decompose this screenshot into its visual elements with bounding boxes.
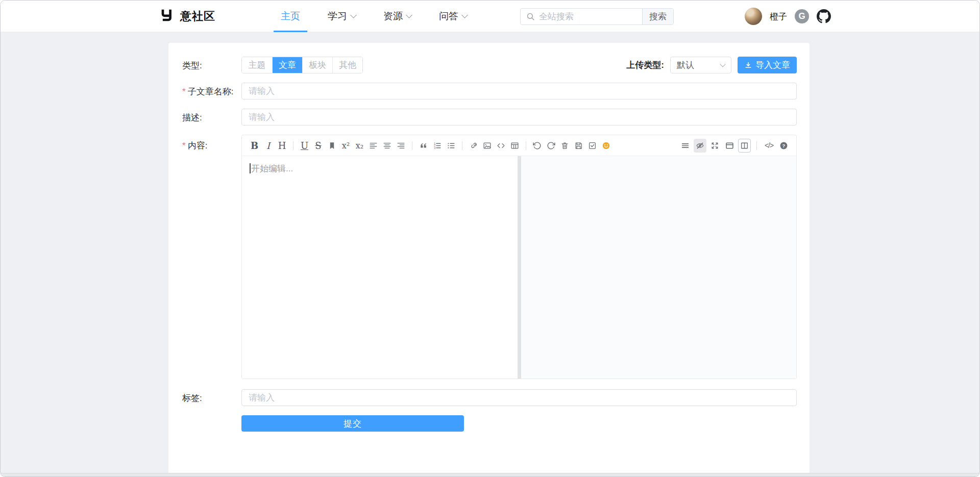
download-icon [744,61,752,69]
nav-item-资源[interactable]: 资源 [381,1,413,32]
upload-type-value: 默认 [677,59,694,71]
sub-article-name-label: 子文章名称: [182,83,241,99]
preview-off-icon[interactable] [694,139,706,153]
text-caret [250,163,251,173]
editor-body: 开始编辑... [242,156,796,379]
svg-text:3: 3 [434,146,435,149]
save-icon[interactable] [572,139,585,153]
editor-preview-pane [521,156,796,379]
source-code-icon[interactable]: </> [763,139,775,153]
search-button[interactable]: 搜索 [642,8,674,25]
help-icon[interactable]: ? [777,139,790,153]
avatar[interactable] [745,8,762,25]
undo-icon[interactable] [531,139,544,153]
quote-icon[interactable] [417,139,430,153]
tags-row: 标签: [182,389,797,406]
description-row: 描述: [182,109,797,125]
type-option-板块[interactable]: 板块 [302,57,332,73]
sub-article-name-row: 子文章名称: [182,83,797,99]
user-area: 橙子 G [745,1,831,32]
username[interactable]: 橙子 [770,11,787,22]
svg-text:?: ? [782,142,786,148]
upload-type-label: 上传类型: [626,59,664,71]
description-input[interactable] [241,109,797,125]
subscript-icon[interactable]: x₂ [353,139,366,153]
site-logo-icon [160,8,175,24]
task-list-icon[interactable] [586,139,599,153]
underline-icon[interactable]: U [298,139,311,153]
delete-icon[interactable] [558,139,571,153]
emoji-icon[interactable] [600,139,612,153]
upload-group: 上传类型: 默认 导入文章 [626,57,797,73]
tags-input[interactable] [241,389,797,406]
submit-row: 提交 [182,415,797,432]
strikethrough-icon[interactable]: S [312,139,325,153]
editor-input-pane[interactable]: 开始编辑... [242,156,518,379]
type-option-主题[interactable]: 主题 [242,57,272,73]
align-left-icon[interactable] [367,139,380,153]
superscript-icon[interactable]: x² [339,139,352,153]
nav-item-学习[interactable]: 学习 [326,1,358,32]
description-label: 描述: [182,109,241,125]
scrollbar-horizontal[interactable] [1,473,979,476]
nav-item-label: 资源 [383,10,403,23]
editor-toolbar: BIHUSx²x₂123 </>? [242,135,796,156]
tags-label: 标签: [182,389,241,406]
code-block-icon[interactable] [495,139,507,153]
toolbar-divider [526,141,526,150]
nav-item-label: 学习 [328,10,347,23]
table-icon[interactable] [508,139,521,153]
import-article-button[interactable]: 导入文章 [738,57,797,73]
chevron-down-icon [406,12,412,18]
link-icon[interactable] [467,139,480,153]
editor-toolbar-left: BIHUSx²x₂123 [248,139,612,153]
nav-item-label: 问答 [439,10,458,23]
chevron-down-icon [461,12,468,18]
main-nav: 主页学习资源问答 [279,1,469,32]
bold-icon[interactable]: B [248,139,261,153]
type-row: 类型: 主题文章板块其他 上传类型: 默认 导 [182,57,797,73]
align-right-icon[interactable] [395,139,407,153]
site-title: 意社区 [180,9,215,24]
upload-type-select[interactable]: 默认 [670,57,731,73]
chevron-down-icon [350,12,357,18]
align-center-icon[interactable] [381,139,394,153]
editor-split-handle[interactable] [518,156,521,379]
type-label: 类型: [182,57,241,73]
unordered-list-icon[interactable] [445,139,457,153]
bookmark-icon[interactable] [326,139,338,153]
gitee-icon[interactable]: G [795,9,809,23]
chevron-down-icon [720,61,725,67]
redo-icon[interactable] [545,139,557,153]
type-option-文章[interactable]: 文章 [272,57,302,73]
article-form-card: 类型: 主题文章板块其他 上传类型: 默认 导 [168,43,810,473]
toolbar-divider [462,141,462,150]
ordered-list-icon[interactable]: 123 [431,139,444,153]
search-input[interactable] [539,9,642,24]
type-segmented: 主题文章板块其他 [241,57,363,73]
markdown-editor: BIHUSx²x₂123 </>? 开始编辑... [241,135,797,379]
search-group: 搜索 [520,8,674,25]
submit-button[interactable]: 提交 [241,415,464,432]
nav-item-主页[interactable]: 主页 [279,1,302,32]
heading-icon[interactable]: H [276,139,288,153]
editor-placeholder: 开始编辑... [251,164,293,173]
github-icon[interactable] [817,9,831,23]
split-view-icon[interactable] [738,139,751,153]
image-icon[interactable] [481,139,494,153]
nav-item-label: 主页 [281,10,300,23]
content-label: 内容: [182,135,241,379]
fullscreen-icon[interactable] [708,139,721,153]
nav-item-问答[interactable]: 问答 [437,1,469,32]
brand-home-link[interactable]: 意社区 [160,1,215,32]
sub-article-name-input[interactable] [241,83,797,99]
type-option-其他[interactable]: 其他 [332,57,362,73]
italic-icon[interactable]: I [262,139,275,153]
navbar: 意社区 主页学习资源问答 搜索 橙子 G [1,1,979,32]
outline-menu-icon[interactable] [679,139,692,153]
search-icon [526,12,535,21]
toolbar-divider [293,141,293,150]
page-preview-icon[interactable] [723,139,736,153]
editor-toolbar-right: </>? [679,139,790,153]
browser-viewport: 意社区 主页学习资源问答 搜索 橙子 G 类型: [0,0,980,477]
